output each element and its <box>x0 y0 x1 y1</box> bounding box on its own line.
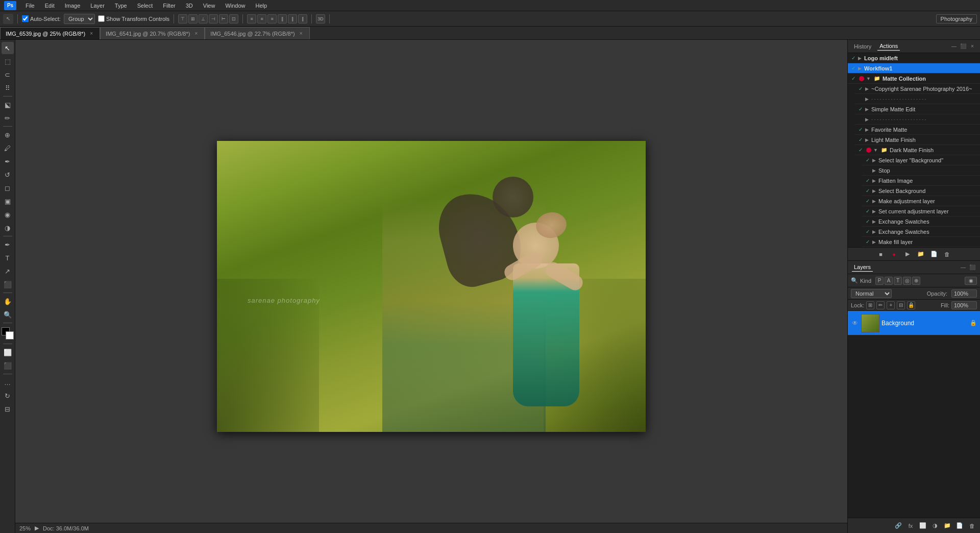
background-color[interactable] <box>6 331 14 340</box>
extra-tools[interactable]: … <box>2 376 14 389</box>
layer-visibility-background[interactable]: 👁 <box>851 320 859 327</box>
action-expand-separator2[interactable]: ▶ <box>865 117 870 122</box>
distribute-middle-btn[interactable]: ≡ <box>257 14 266 23</box>
clone-stamp-tool[interactable]: ✒ <box>2 155 14 167</box>
action-expand-copyright-sarenae[interactable]: ▶ <box>865 86 870 91</box>
shape-tool[interactable]: ⬛ <box>2 278 14 290</box>
menu-3d[interactable]: 3D <box>182 2 197 10</box>
action-expand-matte-collection[interactable]: ▼ <box>866 76 871 81</box>
action-row-workflow1[interactable]: ✓ ▶ Workflow1 <box>848 63 980 74</box>
action-row-logo-midleft[interactable]: ✓ ▶ Logo midleft <box>848 53 980 63</box>
filter-adjustment-btn[interactable]: A <box>885 277 893 285</box>
rectangle-select-tool[interactable]: ⬚ <box>2 55 14 67</box>
actions-delete-btn[interactable]: 🗑 <box>942 249 952 259</box>
canvas-area[interactable]: sarenae photography 25% ▶ Doc: 36.0M/36.… <box>15 40 847 533</box>
lock-transparency-btn[interactable]: 🔒 <box>907 301 915 309</box>
menu-file[interactable]: File <box>21 2 39 10</box>
action-row-select-layer-background[interactable]: ✓ ▶ Select layer "Background" <box>862 155 980 165</box>
3d-mode-btn[interactable]: 3D <box>316 14 325 23</box>
distribute-left-btn[interactable]: ∥ <box>278 14 287 23</box>
action-expand-select-background[interactable]: ▶ <box>872 188 877 193</box>
rotate-view[interactable]: ↻ <box>2 390 14 402</box>
panel-expand-btn[interactable]: ⬛ <box>960 43 967 50</box>
action-row-make-fill-layer[interactable]: ✓ ▶ Make fill layer <box>862 237 980 247</box>
action-expand-exchange-swatches2[interactable]: ▶ <box>872 229 877 234</box>
action-expand-make-adjustment-layer[interactable]: ▶ <box>872 199 877 204</box>
tab-layers[interactable]: Layers <box>852 263 873 272</box>
blend-mode-select[interactable]: Normal Dissolve Darken Multiply <box>851 289 892 298</box>
action-expand-simple-matte-edit[interactable]: ▶ <box>865 107 870 112</box>
opacity-input[interactable] <box>951 289 977 298</box>
action-expand-separator1[interactable]: ▶ <box>865 96 870 102</box>
action-row-select-background[interactable]: ✓ ▶ Select Background <box>862 186 980 196</box>
tab-img6546[interactable]: IMG_6546.jpg @ 22.7% (RGB/8*) × <box>205 27 309 39</box>
action-row-set-current-adjustment-layer[interactable]: ✓ ▶ Set current adjustment layer <box>862 206 980 216</box>
action-row-light-matte-finish[interactable]: ✓ ▶ Light Matte Finish <box>855 135 980 145</box>
layers-link-btn[interactable]: 🔗 <box>893 521 903 531</box>
menu-select[interactable]: Select <box>133 2 157 10</box>
lasso-tool[interactable]: ⊂ <box>2 68 14 81</box>
show-transform-checkbox[interactable] <box>98 15 105 22</box>
frame-tool[interactable]: ⊟ <box>2 403 14 415</box>
fill-input[interactable] <box>951 301 977 309</box>
filter-toggle-btn[interactable]: ◉ <box>965 277 977 285</box>
action-expand-make-fill-layer[interactable]: ▶ <box>872 239 877 245</box>
brush-tool[interactable]: 🖊 <box>2 142 14 154</box>
action-expand-light-matte-finish[interactable]: ▶ <box>865 137 870 142</box>
menu-view[interactable]: View <box>199 2 219 10</box>
layers-fx-btn[interactable]: fx <box>905 521 916 531</box>
actions-new-set-btn[interactable]: 📁 <box>916 249 926 259</box>
menu-type[interactable]: Type <box>111 2 131 10</box>
action-expand-flatten-image[interactable]: ▶ <box>872 178 877 183</box>
foreground-background-colors[interactable] <box>2 327 14 340</box>
action-expand-stop[interactable]: ▶ <box>872 168 877 173</box>
action-expand-select-layer-background[interactable]: ▶ <box>872 158 877 163</box>
move-tool[interactable]: ↖ <box>2 42 14 54</box>
auto-select-mode-select[interactable]: Group Layer <box>64 14 95 24</box>
auto-select-checkbox-label[interactable]: Auto-Select: <box>22 15 61 22</box>
actions-stop-btn[interactable]: ■ <box>876 249 886 259</box>
action-row-make-adjustment-layer[interactable]: ✓ ▶ Make adjustment layer <box>862 196 980 206</box>
action-row-favorite-matte[interactable]: ✓ ▶ Favorite Matte <box>855 125 980 135</box>
align-middle-btn[interactable]: ⊞ <box>188 14 198 23</box>
tab-close-img6541[interactable]: × <box>193 31 199 36</box>
layers-mask-btn[interactable]: ⬜ <box>918 521 928 531</box>
action-row-dark-matte-finish[interactable]: ✓ ▼ 📁 Dark Matte Finish <box>855 145 980 155</box>
distribute-top-btn[interactable]: ≡ <box>247 14 256 23</box>
tab-img6539[interactable]: IMG_6539.jpg @ 25% (RGB/8*) × <box>0 27 100 39</box>
tab-close-img6539[interactable]: × <box>88 31 94 36</box>
tab-history[interactable]: History <box>852 42 873 51</box>
action-expand-logo-midleft[interactable]: ▶ <box>858 56 863 61</box>
path-selection-tool[interactable]: ↗ <box>2 265 14 277</box>
lock-position-btn[interactable]: ✏ <box>876 301 885 309</box>
layers-panel-expand-btn[interactable]: ⬛ <box>969 264 976 271</box>
align-top-btn[interactable]: ⊤ <box>178 14 187 23</box>
lock-artboard-btn[interactable]: ⊟ <box>897 301 905 309</box>
layers-adjustment-btn[interactable]: ◑ <box>930 521 940 531</box>
action-row-exchange-swatches1[interactable]: ✓ ▶ Exchange Swatches <box>862 216 980 227</box>
zoom-tool[interactable]: 🔍 <box>2 308 14 321</box>
magic-wand-tool[interactable]: ⠿ <box>2 82 14 94</box>
pen-tool[interactable]: ✒ <box>2 238 14 251</box>
auto-select-checkbox[interactable] <box>22 15 29 22</box>
filter-shape-btn[interactable]: ◎ <box>903 277 911 285</box>
action-expand-workflow1[interactable]: ▶ <box>858 66 863 71</box>
eyedropper-tool[interactable]: ✏ <box>2 112 14 124</box>
dodge-tool[interactable]: ◑ <box>2 222 14 234</box>
align-bottom-btn[interactable]: ⊥ <box>199 14 208 23</box>
action-row-exchange-swatches2[interactable]: ✓ ▶ Exchange Swatches <box>862 227 980 237</box>
menu-image[interactable]: Image <box>61 2 85 10</box>
type-tool[interactable]: T <box>2 252 14 264</box>
distribute-right-btn[interactable]: ∥ <box>298 14 307 23</box>
panel-minimize-btn[interactable]: — <box>950 43 958 50</box>
layer-row-background[interactable]: 👁 Background 🔒 <box>848 311 980 335</box>
layers-new-layer-btn[interactable]: 📄 <box>954 521 965 531</box>
history-brush-tool[interactable]: ↺ <box>2 168 14 181</box>
show-transform-checkbox-label[interactable]: Show Transform Controls <box>98 15 169 22</box>
gradient-tool[interactable]: ▣ <box>2 195 14 207</box>
layers-group-btn[interactable]: 📁 <box>942 521 952 531</box>
action-row-separator1[interactable]: ▶ - - - - - - - - - - - - - - - - - - - … <box>855 94 980 104</box>
eraser-tool[interactable]: ◻ <box>2 182 14 194</box>
action-row-matte-collection[interactable]: ✓ ▼ 📁 Matte Collection <box>848 74 980 84</box>
action-expand-exchange-swatches1[interactable]: ▶ <box>872 219 877 224</box>
